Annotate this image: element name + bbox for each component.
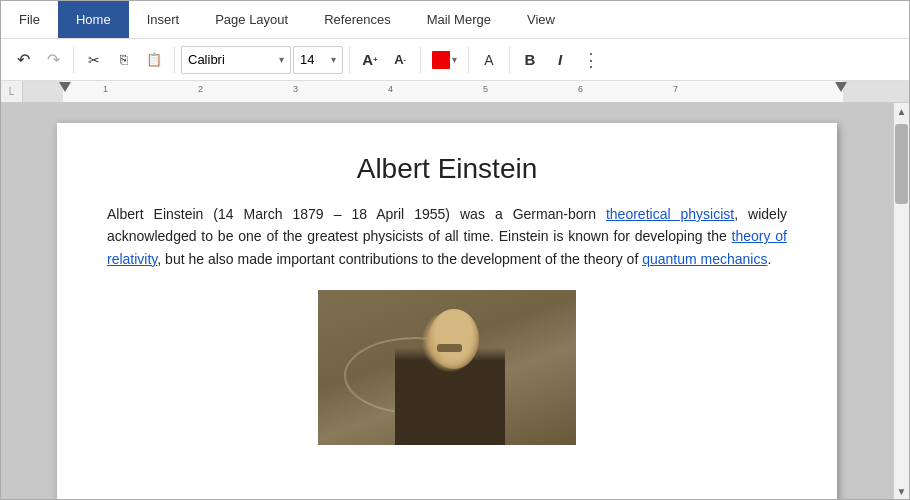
toolbar-separator-3	[349, 47, 350, 73]
toolbar-separator-4	[420, 47, 421, 73]
menu-page-layout[interactable]: Page Layout	[197, 1, 306, 38]
bold-button[interactable]: B	[516, 46, 544, 74]
menu-bar: File Home Insert Page Layout References …	[1, 1, 909, 39]
toolbar-separator-5	[468, 47, 469, 73]
face-highlight	[429, 309, 479, 369]
left-indent-marker[interactable]	[59, 82, 71, 92]
main-area: Albert Einstein Albert Einstein (14 Marc…	[1, 103, 909, 499]
toolbar-separator-2	[174, 47, 175, 73]
document-page: Albert Einstein Albert Einstein (14 Marc…	[57, 123, 837, 499]
font-grow-button[interactable]: A+	[356, 45, 384, 75]
right-indent-marker[interactable]	[835, 82, 847, 92]
scroll-thumb[interactable]	[895, 124, 908, 204]
einstein-image-container	[107, 290, 787, 449]
font-dropdown-arrow: ▾	[279, 54, 284, 65]
ruler-label-2: 2	[198, 84, 203, 94]
toolbar: ↶ ↷ ✂ ⎘ 📋 Calibri ▾ 14 ▾ A+ A- ▾ A B I ⋮	[1, 39, 909, 81]
ruler-label-7: 7	[673, 84, 678, 94]
ruler-inner: 1 2 3 4 5 6 7	[23, 81, 909, 102]
undo-button[interactable]: ↶	[9, 45, 37, 75]
clear-format-button[interactable]: A	[475, 46, 503, 74]
link-quantum-mechanics[interactable]: quantum mechanics	[642, 251, 767, 267]
document-scroll-area[interactable]: Albert Einstein Albert Einstein (14 Marc…	[1, 103, 893, 499]
scroll-down-button[interactable]: ▼	[894, 483, 910, 499]
menu-home[interactable]: Home	[58, 1, 129, 38]
scroll-track[interactable]	[894, 119, 909, 483]
document-title: Albert Einstein	[107, 153, 787, 185]
ruler-label-5: 5	[483, 84, 488, 94]
font-name-label: Calibri	[188, 52, 225, 67]
body-text-1: Albert Einstein (14 March 1879 – 18 Apri…	[107, 206, 606, 222]
font-name-selector[interactable]: Calibri ▾	[181, 46, 291, 74]
font-size-label: 14	[300, 52, 314, 67]
toolbar-separator-1	[73, 47, 74, 73]
font-size-selector[interactable]: 14 ▾	[293, 46, 343, 74]
color-swatch	[432, 51, 450, 69]
mustache	[437, 344, 462, 352]
menu-references[interactable]: References	[306, 1, 408, 38]
ruler-label-6: 6	[578, 84, 583, 94]
scroll-up-button[interactable]: ▲	[894, 103, 910, 119]
menu-file[interactable]: File	[1, 1, 58, 38]
document-body: Albert Einstein (14 March 1879 – 18 Apri…	[107, 203, 787, 270]
font-size-arrow: ▾	[331, 54, 336, 65]
ruler-label-4: 4	[388, 84, 393, 94]
font-shrink-button[interactable]: A-	[386, 45, 414, 75]
ruler: L 1 2 3 4 5 6 7	[1, 81, 909, 103]
text-color-button[interactable]: ▾	[427, 45, 462, 75]
link-theoretical-physicist[interactable]: theoretical physicist	[606, 206, 734, 222]
vertical-scrollbar: ▲ ▼	[893, 103, 909, 499]
toolbar-separator-6	[509, 47, 510, 73]
body-text-3: , but he also made important contributio…	[157, 251, 642, 267]
body-text-4: .	[767, 251, 771, 267]
color-dropdown-arrow: ▾	[452, 54, 457, 65]
menu-mail-merge[interactable]: Mail Merge	[409, 1, 509, 38]
cut-button[interactable]: ✂	[80, 45, 108, 75]
menu-view[interactable]: View	[509, 1, 573, 38]
ruler-label-1: 1	[103, 84, 108, 94]
copy-button[interactable]: ⎘	[110, 45, 138, 75]
more-options-button[interactable]: ⋮	[578, 49, 604, 71]
ruler-corner: L	[1, 81, 23, 103]
ruler-label-3: 3	[293, 84, 298, 94]
italic-button[interactable]: I	[546, 46, 574, 74]
menu-insert[interactable]: Insert	[129, 1, 198, 38]
einstein-photo	[318, 290, 576, 445]
paste-button[interactable]: 📋	[140, 45, 168, 75]
redo-button[interactable]: ↷	[39, 45, 67, 75]
